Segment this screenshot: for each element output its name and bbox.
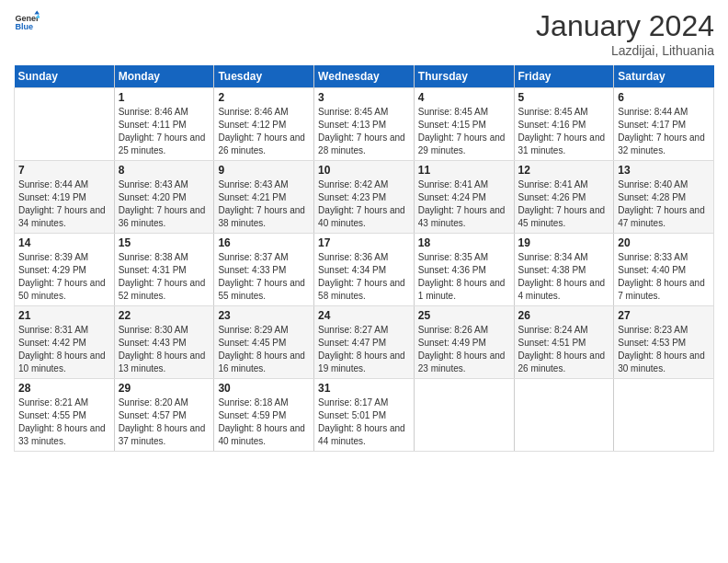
day-number: 28 [18,382,110,395]
day-number: 22 [119,309,210,322]
svg-text:Blue: Blue [15,22,33,31]
location: Lazdijai, Lithuania [536,43,714,58]
day-info: Sunrise: 8:41 AM Sunset: 4:24 PM Dayligh… [418,178,510,230]
day-info: Sunrise: 8:34 AM Sunset: 4:38 PM Dayligh… [518,251,610,303]
title-section: January 2024 Lazdijai, Lithuania [536,9,714,58]
day-number: 10 [318,164,410,177]
day-number: 6 [618,91,710,104]
calendar-cell: 3Sunrise: 8:45 AM Sunset: 4:13 PM Daylig… [314,88,415,161]
calendar-cell: 8Sunrise: 8:43 AM Sunset: 4:20 PM Daylig… [114,161,214,234]
calendar-cell: 13Sunrise: 8:40 AM Sunset: 4:28 PM Dayli… [614,161,714,234]
day-info: Sunrise: 8:23 AM Sunset: 4:53 PM Dayligh… [618,324,710,375]
col-thursday: Thursday [414,65,514,88]
col-friday: Friday [514,65,614,88]
day-number: 14 [18,236,110,249]
calendar-table: Sunday Monday Tuesday Wednesday Thursday… [14,65,714,452]
day-info: Sunrise: 8:45 AM Sunset: 4:13 PM Dayligh… [318,106,410,157]
calendar-cell: 11Sunrise: 8:41 AM Sunset: 4:24 PM Dayli… [414,161,514,234]
calendar-cell: 1Sunrise: 8:46 AM Sunset: 4:11 PM Daylig… [114,88,214,161]
calendar-cell: 30Sunrise: 8:18 AM Sunset: 4:59 PM Dayli… [214,379,314,452]
day-info: Sunrise: 8:46 AM Sunset: 4:11 PM Dayligh… [119,106,210,157]
day-info: Sunrise: 8:30 AM Sunset: 4:43 PM Dayligh… [119,324,210,375]
month-title: January 2024 [536,9,714,43]
day-number: 15 [119,236,210,249]
day-info: Sunrise: 8:33 AM Sunset: 4:40 PM Dayligh… [618,251,710,303]
calendar-cell [414,379,514,452]
day-info: Sunrise: 8:38 AM Sunset: 4:31 PM Dayligh… [119,251,210,303]
day-info: Sunrise: 8:21 AM Sunset: 4:55 PM Dayligh… [18,396,110,448]
calendar-cell: 18Sunrise: 8:35 AM Sunset: 4:36 PM Dayli… [414,234,514,306]
day-number: 11 [418,164,510,177]
day-number: 1 [119,91,210,104]
calendar-cell: 16Sunrise: 8:37 AM Sunset: 4:33 PM Dayli… [214,234,314,306]
calendar-cell: 26Sunrise: 8:24 AM Sunset: 4:51 PM Dayli… [514,306,614,379]
calendar-cell: 5Sunrise: 8:45 AM Sunset: 4:16 PM Daylig… [514,88,614,161]
calendar-week-0: 1Sunrise: 8:46 AM Sunset: 4:11 PM Daylig… [15,88,714,161]
calendar-cell: 20Sunrise: 8:33 AM Sunset: 4:40 PM Dayli… [614,234,714,306]
day-info: Sunrise: 8:41 AM Sunset: 4:26 PM Dayligh… [518,178,610,230]
svg-marker-2 [34,10,40,14]
col-wednesday: Wednesday [314,65,415,88]
calendar-cell: 7Sunrise: 8:44 AM Sunset: 4:19 PM Daylig… [15,161,115,234]
calendar-cell: 31Sunrise: 8:17 AM Sunset: 5:01 PM Dayli… [314,379,415,452]
calendar-cell: 9Sunrise: 8:43 AM Sunset: 4:21 PM Daylig… [214,161,314,234]
day-number: 27 [618,309,710,322]
calendar-cell [514,379,614,452]
calendar-cell: 28Sunrise: 8:21 AM Sunset: 4:55 PM Dayli… [15,379,115,452]
col-sunday: Sunday [15,65,115,88]
day-info: Sunrise: 8:17 AM Sunset: 5:01 PM Dayligh… [318,396,410,448]
calendar-cell: 22Sunrise: 8:30 AM Sunset: 4:43 PM Dayli… [114,306,214,379]
day-number: 8 [119,164,210,177]
day-number: 3 [318,91,410,104]
day-info: Sunrise: 8:45 AM Sunset: 4:15 PM Dayligh… [418,106,510,157]
day-info: Sunrise: 8:35 AM Sunset: 4:36 PM Dayligh… [418,251,510,303]
day-info: Sunrise: 8:45 AM Sunset: 4:16 PM Dayligh… [518,106,610,157]
day-number: 24 [318,309,410,322]
day-number: 31 [318,382,410,395]
day-info: Sunrise: 8:43 AM Sunset: 4:21 PM Dayligh… [218,178,310,230]
day-number: 26 [518,309,610,322]
day-number: 17 [318,236,410,249]
day-number: 30 [218,382,310,395]
calendar-week-3: 21Sunrise: 8:31 AM Sunset: 4:42 PM Dayli… [15,306,714,379]
day-number: 13 [618,164,710,177]
day-info: Sunrise: 8:46 AM Sunset: 4:12 PM Dayligh… [218,106,310,157]
calendar-cell: 14Sunrise: 8:39 AM Sunset: 4:29 PM Dayli… [15,234,115,306]
calendar-cell [614,379,714,452]
day-info: Sunrise: 8:36 AM Sunset: 4:34 PM Dayligh… [318,251,410,303]
calendar-cell: 10Sunrise: 8:42 AM Sunset: 4:23 PM Dayli… [314,161,415,234]
day-info: Sunrise: 8:20 AM Sunset: 4:57 PM Dayligh… [119,396,210,448]
day-number: 21 [18,309,110,322]
day-number: 18 [418,236,510,249]
calendar-cell: 2Sunrise: 8:46 AM Sunset: 4:12 PM Daylig… [214,88,314,161]
col-saturday: Saturday [614,65,714,88]
day-number: 23 [218,309,310,322]
page-container: General Blue January 2024 Lazdijai, Lith… [0,0,728,461]
day-info: Sunrise: 8:31 AM Sunset: 4:42 PM Dayligh… [18,324,110,375]
calendar-cell: 12Sunrise: 8:41 AM Sunset: 4:26 PM Dayli… [514,161,614,234]
day-number: 20 [618,236,710,249]
day-info: Sunrise: 8:40 AM Sunset: 4:28 PM Dayligh… [618,178,710,230]
calendar-cell [15,88,115,161]
day-number: 16 [218,236,310,249]
day-info: Sunrise: 8:24 AM Sunset: 4:51 PM Dayligh… [518,324,610,375]
calendar-cell: 23Sunrise: 8:29 AM Sunset: 4:45 PM Dayli… [214,306,314,379]
calendar-week-2: 14Sunrise: 8:39 AM Sunset: 4:29 PM Dayli… [15,234,714,306]
calendar-cell: 15Sunrise: 8:38 AM Sunset: 4:31 PM Dayli… [114,234,214,306]
day-number: 2 [218,91,310,104]
calendar-cell: 29Sunrise: 8:20 AM Sunset: 4:57 PM Dayli… [114,379,214,452]
day-number: 9 [218,164,310,177]
day-number: 4 [418,91,510,104]
day-number: 25 [418,309,510,322]
calendar-week-1: 7Sunrise: 8:44 AM Sunset: 4:19 PM Daylig… [15,161,714,234]
day-info: Sunrise: 8:42 AM Sunset: 4:23 PM Dayligh… [318,178,410,230]
calendar-cell: 17Sunrise: 8:36 AM Sunset: 4:34 PM Dayli… [314,234,415,306]
header-row: Sunday Monday Tuesday Wednesday Thursday… [15,65,714,88]
calendar-cell: 25Sunrise: 8:26 AM Sunset: 4:49 PM Dayli… [414,306,514,379]
day-info: Sunrise: 8:29 AM Sunset: 4:45 PM Dayligh… [218,324,310,375]
day-number: 7 [18,164,110,177]
logo: General Blue [14,9,40,35]
day-info: Sunrise: 8:39 AM Sunset: 4:29 PM Dayligh… [18,251,110,303]
page-header: General Blue January 2024 Lazdijai, Lith… [14,9,714,58]
calendar-cell: 4Sunrise: 8:45 AM Sunset: 4:15 PM Daylig… [414,88,514,161]
